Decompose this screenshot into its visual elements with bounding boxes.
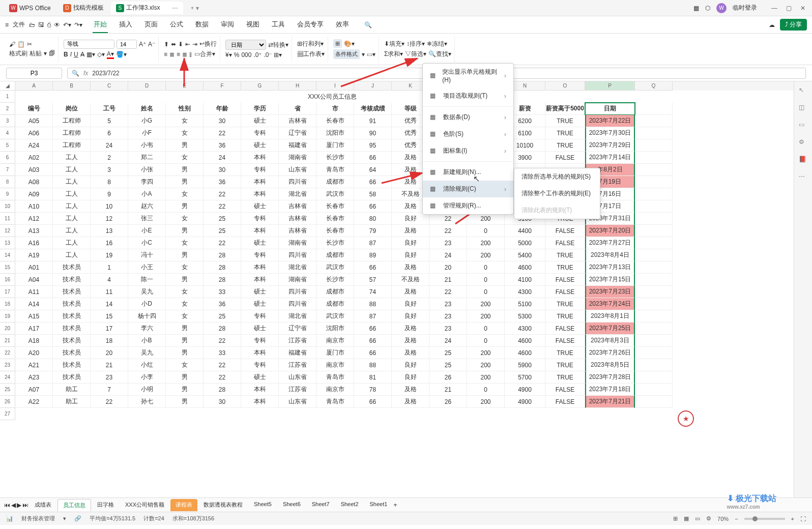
cell[interactable]: 辽宁省 [279, 127, 316, 139]
cell[interactable]: A01 [15, 261, 53, 274]
cell[interactable]: A23 [15, 371, 53, 384]
cell[interactable]: 2023年7月24日 [585, 298, 635, 310]
save-icon[interactable]: 🖫 [38, 21, 44, 28]
cell[interactable]: 30 [204, 164, 241, 176]
cell[interactable]: 小B [128, 335, 166, 347]
cell[interactable]: 女 [166, 261, 204, 274]
wrap-button[interactable]: ↩换行 [199, 40, 217, 48]
view-page-icon[interactable]: ▭ [695, 515, 700, 522]
filter-button[interactable]: ▽筛选▾ [405, 50, 426, 58]
cell[interactable]: 沈阳市 [316, 127, 354, 139]
row-header[interactable]: 10 [0, 200, 15, 213]
sheet-tab[interactable]: 田字格 [92, 499, 119, 511]
zoom-slider[interactable] [744, 518, 785, 520]
row-header[interactable]: 8 [0, 176, 15, 188]
cell[interactable]: 22 [429, 286, 467, 298]
cell[interactable]: 男 [166, 200, 204, 213]
table-row[interactable]: A24工程师24小韦男36硕士福建省厦门市95优秀10100TRUE2023年7… [15, 139, 794, 152]
row-header[interactable]: 5 [0, 139, 15, 152]
freeze-button[interactable]: ❄冻结▾ [427, 40, 447, 48]
cell[interactable]: 及格 [392, 347, 429, 359]
cell[interactable]: 硕士 [241, 200, 279, 213]
cell[interactable]: 2023年7月20日 [585, 225, 635, 237]
cell[interactable]: 武汉市 [316, 310, 354, 322]
cell[interactable]: 良好 [392, 359, 429, 371]
cell[interactable]: 南京市 [316, 335, 354, 347]
cell[interactable]: 22 [204, 127, 241, 139]
cell[interactable] [635, 371, 673, 384]
cell[interactable] [635, 237, 673, 249]
row-header[interactable]: 4 [0, 127, 15, 139]
cell[interactable]: 青岛市 [316, 371, 354, 384]
cell[interactable]: 本科 [241, 225, 279, 237]
cell[interactable]: 2023年7月14日 [585, 152, 635, 164]
cell[interactable]: 长春市 [316, 213, 354, 225]
scissors-icon[interactable]: ✂ [27, 41, 32, 48]
submenu-item[interactable]: 清除所选单元格的规则(S) [514, 168, 600, 185]
cell[interactable]: 硕士 [241, 322, 279, 335]
book-icon[interactable]: 📕 [799, 156, 808, 165]
cell[interactable]: 女 [166, 310, 204, 322]
cell[interactable]: 女 [166, 213, 204, 225]
cell[interactable]: 4600 [505, 347, 545, 359]
cell[interactable]: 张三 [128, 213, 166, 225]
cell[interactable]: 陈一 [128, 274, 166, 286]
cell[interactable] [635, 274, 673, 286]
cell[interactable]: 女 [166, 237, 204, 249]
cell[interactable]: 4 [91, 274, 128, 286]
open-icon[interactable]: 🗁 [29, 21, 35, 28]
cell[interactable]: 88 [354, 359, 392, 371]
table-row[interactable]: A08工人8李四男36本科四川省成都市66及格7月19日 [15, 176, 794, 188]
cell[interactable]: 杨十四 [128, 310, 166, 322]
menu-tab-7[interactable]: 工具 [271, 17, 286, 33]
underline-button[interactable]: U [74, 51, 78, 58]
cell[interactable]: 2023年8月3日 [585, 335, 635, 347]
panel-icon[interactable]: ▭ [799, 121, 808, 130]
menu-tab-1[interactable]: 插入 [118, 17, 133, 33]
col-header[interactable]: I [316, 81, 354, 91]
cell[interactable]: 小王 [128, 261, 166, 274]
cell[interactable]: 工程师 [53, 139, 91, 152]
cell[interactable]: 33 [204, 286, 241, 298]
cell[interactable]: 不及格 [392, 274, 429, 286]
cell[interactable]: 及格 [392, 335, 429, 347]
cell[interactable]: 专科 [241, 359, 279, 371]
cell[interactable]: A21 [15, 359, 53, 371]
sheet-tab[interactable]: Sheet6 [278, 499, 306, 511]
cell[interactable]: 女 [166, 298, 204, 310]
cell[interactable] [635, 298, 673, 310]
cell[interactable]: 工程师 [53, 127, 91, 139]
cell[interactable]: 湖北省 [279, 261, 316, 274]
maximize-button[interactable]: ▢ [784, 3, 794, 13]
table-row[interactable]: A06工程师6小F女22专科辽宁省沈阳市90优秀6100TRUE2023年7月3… [15, 127, 794, 139]
cell[interactable]: 2023年7月28日 [585, 371, 635, 384]
cell[interactable]: 成都市 [316, 249, 354, 261]
cell[interactable]: 湖南省 [279, 152, 316, 164]
cell[interactable]: 男 [166, 176, 204, 188]
cell[interactable]: 15 [91, 310, 128, 322]
table-row[interactable]: A16工人16小C女22硕士湖南省长沙市87良好232005000FALSE20… [15, 237, 794, 249]
col-header[interactable]: G [241, 81, 279, 91]
cell[interactable]: 28 [204, 384, 241, 396]
cell[interactable]: 66 [354, 261, 392, 274]
format-brush-icon[interactable]: 🖌 [9, 41, 15, 48]
header-cell[interactable]: 省 [279, 103, 316, 115]
cell[interactable]: 22 [204, 188, 241, 200]
fill-button[interactable]: ⬇填充▾ [384, 40, 404, 48]
cell[interactable]: 技术员 [53, 322, 91, 335]
highlight-button[interactable]: 🪣▾ [116, 51, 127, 58]
header-cell[interactable]: 编号 [15, 103, 53, 115]
format-cells-icon[interactable]: ⊞▾ [274, 51, 282, 58]
table-row[interactable]: A20技术员20吴九男33本科福建省厦门市66及格252004600TRUE20… [15, 347, 794, 359]
close-button[interactable]: ✕ [798, 3, 808, 13]
sum-button[interactable]: Σ求和▾ [384, 50, 403, 58]
cell[interactable]: TRUE [545, 261, 585, 274]
cell[interactable]: 福建省 [279, 347, 316, 359]
sheet-tab[interactable]: 数据透视表教程 [198, 499, 248, 511]
cell-fill-button[interactable]: ◇▾ [97, 51, 105, 58]
table-row[interactable]: A07助工7小明男28本科江苏省南京市78及格2104900FALSE2023年… [15, 384, 794, 396]
cell[interactable]: 硕士 [241, 371, 279, 384]
row-header[interactable]: 17 [0, 286, 15, 298]
cell[interactable]: 工人 [53, 237, 91, 249]
cell[interactable]: 5100 [505, 298, 545, 310]
